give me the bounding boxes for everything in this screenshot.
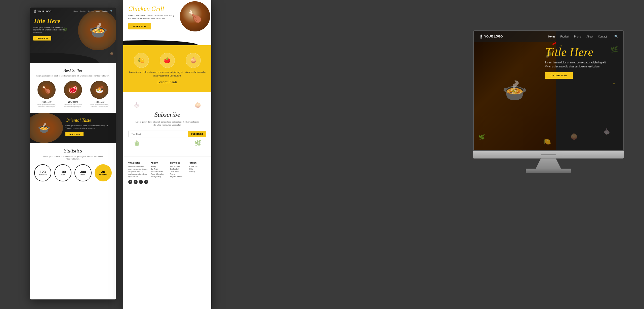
lm-stat-country-number: 30 (101, 170, 105, 174)
left-mockup: 🍴 YOUR LOGO Home Product Promo About Con… (30, 8, 116, 299)
lm-statistics-title: Statistics (33, 148, 113, 154)
ms-nav-links: Home Product Promo About Contact 🔍 (548, 35, 618, 38)
lm-product-1-image: 🍗 (37, 81, 56, 99)
mm-footer-contact-us[interactable]: Contact Us (189, 166, 206, 167)
ms-logo: 🍴 YOUR LOGO (479, 34, 548, 38)
mm-footer-payment[interactable]: Payment Method (170, 176, 187, 177)
ms-search-icon[interactable]: 🔍 (614, 35, 618, 38)
lm-stat-outlets[interactable]: 123 OUTLETS (34, 164, 51, 181)
ms-deco-onion: 🧅 (570, 133, 578, 140)
mm-hero-title: Chicken Grill (128, 5, 176, 13)
deco-pepper-icon: 🫑 (133, 140, 140, 146)
mm-hero-description: Lorem ipsum dolor sit amet, consecte-tur… (128, 14, 176, 20)
lm-stat-chef-number: 100 (60, 170, 66, 174)
mm-footer-col-about-links: ABOUT History Our Team Brand Guidelines … (151, 162, 168, 184)
lm-hero-description: Lorem ipsum dolor sit amet, consectetur … (33, 26, 71, 34)
lm-oriental-button[interactable]: ORDER NOW (65, 132, 84, 136)
lm-stat-chef[interactable]: 100 CHEF (54, 164, 71, 181)
mm-footer-help[interactable]: Help (189, 168, 206, 170)
mm-footer-order-status[interactable]: Order Status (170, 171, 187, 172)
snapchat-icon[interactable]: s (144, 180, 148, 184)
mm-testimonial-author: Lenora Fields (128, 80, 206, 84)
monitor-stand-top (536, 159, 561, 169)
monitor-screen: 🍲 🌶 🌿 🍋 🍴 YOUR LOGO Home Product Promo A… (473, 30, 624, 151)
mm-subscribe-button[interactable]: SUBSCRIBE (188, 131, 206, 137)
ms-hero-title: Title Here (545, 46, 616, 58)
facebook-icon[interactable]: f (128, 180, 132, 184)
ms-nav-about[interactable]: About (586, 35, 593, 38)
mm-order-button[interactable]: ORDER NOW (128, 23, 151, 29)
deco-onion-icon: 🧅 (194, 102, 201, 108)
lm-stat-country[interactable]: 30 COUNTRY (95, 164, 112, 181)
lm-hero-content: Title Here Lorem ipsum dolor sit amet, c… (33, 18, 71, 41)
mm-footer-terms[interactable]: Terms & Condition (151, 173, 168, 175)
mm-footer-col-services: SERVICES How to Order Our Product Order … (170, 162, 187, 184)
lm-order-button[interactable]: ORDER NOW (33, 36, 51, 41)
lm-products-grid: 🍗 Title Here Lorem ipsum dolor sit amet,… (33, 81, 113, 108)
mm-footer: TITLE HERE Lorem ipsum dolor sit amet, c… (123, 157, 211, 189)
lm-nav-about[interactable]: About (96, 10, 100, 12)
ms-hero-content: Title Here Lorem ipsum dolor sit amet, c… (545, 46, 616, 79)
ms-hero-description: Lorem ipsum dolor sit amet, consectetur … (545, 61, 616, 69)
search-icon[interactable]: 🔍 (110, 10, 113, 12)
lm-navigation: 🍴 YOUR LOGO Home Product Promo About Con… (30, 10, 116, 13)
mm-wave-decoration (123, 40, 211, 45)
middle-mockup: Chicken Grill Lorem ipsum dolor sit amet… (123, 0, 211, 309)
lm-product-3-image: 🍜 (90, 81, 108, 99)
lm-bestseller-section: Best Seller Lorem ipsum dolor sit amet, … (30, 63, 116, 113)
lm-bestseller-title: Best Seller (33, 68, 113, 73)
ms-deco-garlic: 🧄 (603, 128, 611, 135)
mm-footer-brand[interactable]: Brand Guidelines (151, 171, 168, 172)
mm-footer-promo[interactable]: Promo (170, 173, 187, 175)
mm-yellow-section: 🍋 🍅 🧅 Lorem ipsum dolor sit amet, consec… (123, 45, 211, 92)
lm-nav-product[interactable]: Product (80, 10, 86, 12)
mm-hero-food-image: 🍗 (180, 1, 210, 31)
ms-order-button[interactable]: ORDER NOW (545, 72, 573, 79)
lm-product-3-title: Title Here (88, 100, 111, 103)
lm-nav-links: Home Product Promo About Contact 🔍 (73, 10, 113, 12)
mm-footer-our-product[interactable]: Our Product (170, 168, 187, 170)
monitor-camera (541, 154, 556, 155)
ms-nav-promo[interactable]: Promo (574, 35, 581, 38)
mm-social-icons: f i t s (128, 180, 148, 184)
lm-stat-menu[interactable]: 300 MENU (74, 164, 92, 181)
deco-garlic-icon: 🧄 (133, 102, 140, 108)
lm-nav-home[interactable]: Home (73, 10, 78, 12)
mm-food-circles: 🍋 🍅 🧅 (128, 53, 206, 68)
lm-nav-promo[interactable]: Promo (88, 10, 94, 12)
mm-footer-col-about: TITLE HERE Lorem ipsum dolor sit amet, c… (128, 162, 148, 184)
mm-email-row: SUBSCRIBE (128, 131, 206, 137)
mm-footer-team[interactable]: Our Team (151, 168, 168, 170)
ms-herb-deco: 🌿 (479, 134, 485, 140)
ms-nav-home[interactable]: Home (548, 35, 555, 38)
ms-nav-product[interactable]: Product (560, 35, 569, 38)
lm-nav-contact[interactable]: Contact (102, 10, 108, 12)
lm-product-3: 🍜 Title Here Lorem ipsum dolor sit amet,… (88, 81, 111, 108)
lm-stats-circles: 123 OUTLETS 100 CHEF 300 MENU 30 COUNTRY (33, 164, 113, 181)
lm-food-image: 🍲 (78, 10, 116, 50)
lm-oriental-description: Lorem ipsum dolor sit amet, consectetur … (65, 125, 113, 130)
mm-footer-history[interactable]: History (151, 166, 168, 167)
mm-deco-row-bottom: 🫑 🌿 (128, 137, 206, 149)
veggie-deco-1: 🧅 (110, 52, 114, 55)
twitter-icon[interactable]: t (139, 180, 143, 184)
lm-product-2-title: Title Here (62, 100, 84, 103)
ms-food-photo: 🍲 🌶 🌿 🍋 (474, 31, 556, 150)
mm-food-circle-2: 🍅 (160, 53, 175, 68)
lm-stat-menu-number: 300 (80, 170, 86, 174)
mm-email-input[interactable] (129, 131, 188, 137)
mm-footer-privacy[interactable]: Privacy (189, 171, 206, 172)
mm-food-circle-3: 🧅 (186, 53, 201, 68)
lm-hero-section: 🍴 YOUR LOGO Home Product Promo About Con… (30, 8, 116, 63)
lm-hero-title: Title Here (33, 18, 71, 25)
lm-logo-text: YOUR LOGO (37, 10, 51, 13)
instagram-icon[interactable]: i (134, 180, 138, 184)
mm-footer-privacy-link[interactable]: Privacy Policy (151, 176, 168, 177)
ms-food-emoji: 🍲 (474, 31, 556, 150)
lm-stat-outlets-number: 123 (40, 170, 46, 174)
mm-footer-desc: Lorem ipsum dolor sit amet, consectetur.… (128, 166, 148, 178)
mm-footer-how-to-order[interactable]: How to Order (170, 166, 187, 167)
lm-oriental-image: 🍲 (30, 113, 63, 143)
lm-product-2-desc: Lorem ipsum dolor sit amet, consectetur … (62, 104, 84, 108)
ms-nav-contact[interactable]: Contact (598, 35, 607, 38)
